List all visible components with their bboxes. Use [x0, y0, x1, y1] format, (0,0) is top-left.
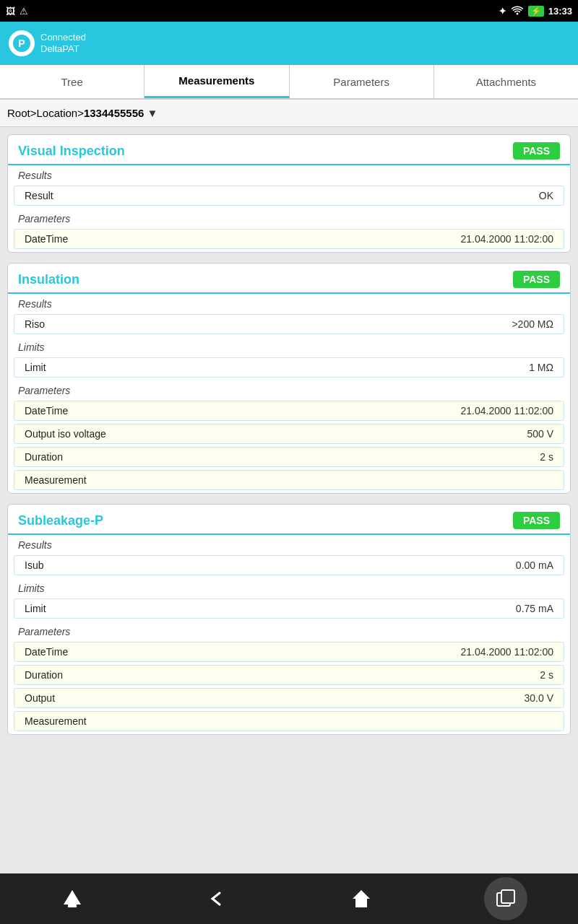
subleakage-title: Subleakage-P — [18, 513, 103, 528]
nav-up-button[interactable] — [51, 877, 94, 920]
app-logo: P Connected DeltaPAT — [9, 30, 86, 56]
sub-duration-row: Duration 2 s — [14, 665, 564, 685]
svg-text:P: P — [18, 38, 25, 49]
sub-results-label: Results — [8, 535, 570, 552]
breadcrumb-sep2: > — [77, 107, 84, 119]
svg-marker-4 — [353, 890, 370, 907]
battery-icon: ⚡ — [528, 6, 544, 17]
visual-inspection-card: Visual Inspection PASS Results Result OK… — [7, 134, 571, 253]
breadcrumb: Root > Location > 1334455556▼ — [0, 100, 578, 127]
ins-datetime-row: DateTime 21.04.2000 11:02:00 — [14, 401, 564, 421]
sub-datetime-row: DateTime 21.04.2000 11:02:00 — [14, 642, 564, 662]
tab-bar: Tree Measurements Parameters Attachments — [0, 65, 578, 100]
nav-home-button[interactable] — [340, 877, 383, 920]
tab-parameters[interactable]: Parameters — [290, 65, 434, 98]
visual-inspection-header: Visual Inspection PASS — [8, 135, 570, 165]
wifi-icon — [511, 5, 524, 17]
logo-icon: P — [9, 30, 35, 56]
subleakage-card: Subleakage-P PASS Results Isub 0.00 mA L… — [7, 504, 571, 735]
insulation-title: Insulation — [18, 272, 79, 287]
bottom-nav — [0, 873, 578, 924]
sub-limits-label: Limits — [8, 578, 570, 596]
breadcrumb-current[interactable]: 1334455556▼ — [84, 107, 158, 119]
clock: 13:33 — [548, 6, 572, 17]
breadcrumb-root: Root — [7, 107, 30, 119]
bluetooth-icon: ✦ — [499, 6, 506, 17]
ins-results-label: Results — [8, 294, 570, 311]
sub-measurement-row: Measurement — [14, 711, 564, 731]
ins-voltage-row: Output iso voltage 500 V — [14, 424, 564, 444]
insulation-header: Insulation PASS — [8, 263, 570, 294]
svg-rect-3 — [68, 905, 77, 907]
breadcrumb-location: Location — [36, 107, 77, 119]
sub-params-label: Parameters — [8, 622, 570, 639]
app-title: Connected DeltaPAT — [40, 32, 86, 54]
alert-icon: ⚠ — [20, 6, 28, 17]
insulation-badge: PASS — [513, 271, 560, 288]
sub-isub-row: Isub 0.00 mA — [14, 555, 564, 575]
status-left-icons: 🖼 ⚠ — [6, 6, 28, 17]
main-content: Visual Inspection PASS Results Result OK… — [0, 127, 578, 873]
vi-results-label: Results — [8, 165, 570, 183]
vi-result-row: Result OK — [14, 186, 564, 206]
vi-params-label: Parameters — [8, 209, 570, 226]
breadcrumb-sep1: > — [30, 107, 37, 119]
tab-measurements[interactable]: Measurements — [144, 65, 289, 98]
ins-limits-label: Limits — [8, 337, 570, 354]
visual-inspection-title: Visual Inspection — [18, 144, 125, 159]
svg-rect-6 — [501, 890, 514, 903]
app-bar: P Connected DeltaPAT — [0, 22, 578, 65]
gallery-icon: 🖼 — [6, 6, 15, 17]
insulation-card: Insulation PASS Results Riso >200 MΩ Lim… — [7, 263, 571, 494]
sub-limit-row: Limit 0.75 mA — [14, 598, 564, 619]
ins-riso-row: Riso >200 MΩ — [14, 314, 564, 334]
sub-output-row: Output 30.0 V — [14, 688, 564, 708]
tab-tree[interactable]: Tree — [0, 65, 144, 98]
tab-attachments[interactable]: Attachments — [434, 65, 578, 98]
ins-measurement-row: Measurement — [14, 470, 564, 490]
subleakage-header: Subleakage-P PASS — [8, 505, 570, 535]
subleakage-badge: PASS — [513, 512, 560, 529]
status-bar: 🖼 ⚠ ✦ ⚡ 13:33 — [0, 0, 578, 22]
ins-limit-row: Limit 1 MΩ — [14, 357, 564, 378]
vi-datetime-row: DateTime 21.04.2000 11:02:00 — [14, 229, 564, 249]
nav-recent-button[interactable] — [484, 877, 527, 920]
ins-duration-row: Duration 2 s — [14, 447, 564, 467]
status-right-icons: ✦ ⚡ 13:33 — [499, 5, 572, 17]
svg-marker-2 — [64, 890, 81, 905]
nav-back-button[interactable] — [195, 877, 238, 920]
visual-inspection-badge: PASS — [513, 142, 560, 160]
ins-params-label: Parameters — [8, 380, 570, 398]
